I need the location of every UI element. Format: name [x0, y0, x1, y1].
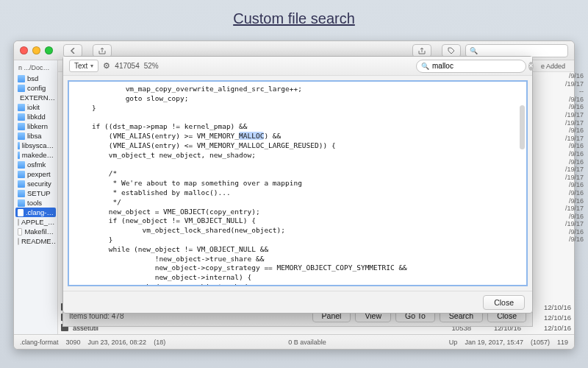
- sidebar-item-tools[interactable]: tools: [15, 198, 56, 208]
- sidebar-item-label: security: [27, 180, 51, 188]
- folder-icon: [18, 199, 25, 207]
- date-fragment: /9/16: [547, 103, 584, 110]
- folder-icon: [18, 190, 25, 197]
- doc-icon: [18, 219, 19, 226]
- share-icon: [98, 47, 106, 54]
- sidebar-item-libsa[interactable]: libsa: [15, 131, 56, 141]
- date-fragment: /19/17: [547, 111, 584, 118]
- search-input[interactable]: [432, 62, 526, 70]
- sidebar-item-label: libsysca…: [22, 141, 54, 149]
- date-fragment: /9/16: [547, 236, 584, 243]
- date-fragment: /9/16: [547, 72, 584, 79]
- sidebar-item-label: EXTERN…: [20, 93, 55, 102]
- back-button[interactable]: [63, 44, 82, 57]
- chevron-left-icon: [70, 48, 76, 54]
- result-index: 417054: [115, 62, 139, 70]
- sidebar-item-libsysca[interactable]: libsysca…: [15, 141, 56, 150]
- sidebar-item-makede[interactable]: makede…: [15, 150, 56, 160]
- preview-panel: Text ▾ ⚙ 417054 52% 🔍 ✕ vm_map_copy_over…: [62, 56, 533, 314]
- date-fragment: /9/16: [547, 96, 584, 103]
- chevron-down-icon: ▾: [90, 63, 93, 69]
- folder-icon: [18, 171, 25, 178]
- close-icon[interactable]: [20, 46, 28, 54]
- date-fragment: /19/17: [547, 135, 584, 142]
- folder-icon: [18, 132, 25, 140]
- result-percent: 52%: [144, 62, 159, 70]
- column-date-added[interactable]: e Added: [537, 63, 570, 70]
- status-filename: .clang-format: [20, 339, 59, 346]
- folder-icon: [18, 113, 25, 121]
- date-fragment: /9/16: [547, 228, 584, 236]
- sidebar-item-security[interactable]: security: [15, 179, 56, 188]
- folder-icon: [18, 161, 25, 169]
- status-up: Up: [449, 339, 458, 346]
- folder-icon: [18, 180, 25, 188]
- preview-toolbar: Text ▾ ⚙ 417054 52% 🔍 ✕: [63, 57, 532, 76]
- sidebar-item-readme[interactable]: README…: [15, 236, 56, 246]
- doc-icon: [18, 238, 19, 245]
- toolbar-search[interactable]: 🔍: [465, 44, 568, 57]
- toolbar-search-input[interactable]: [481, 46, 564, 54]
- status-date2: Jan 19, 2017, 15:47: [465, 339, 523, 346]
- sidebar-item-pexpert[interactable]: pexpert: [15, 169, 56, 179]
- doc-icon: [18, 209, 24, 216]
- status-tag: (18): [154, 339, 165, 346]
- date-fragment: --: [547, 88, 584, 95]
- folder-icon: [18, 142, 20, 149]
- sidebar-item-clang[interactable]: .clang-…: [15, 208, 56, 217]
- scrollbar[interactable]: [520, 83, 525, 283]
- tag-button[interactable]: [442, 44, 461, 57]
- status-size: 3090: [66, 339, 81, 346]
- search-icon: 🔍: [421, 63, 429, 70]
- mode-select[interactable]: Text ▾: [69, 60, 98, 72]
- sidebar-item-bsd[interactable]: bsd: [15, 74, 56, 83]
- share-button[interactable]: [93, 44, 112, 57]
- clear-icon[interactable]: ✕: [528, 62, 534, 71]
- breadcrumb: n .../Docu…: [15, 63, 56, 74]
- sidebar-item-label: osfmk: [27, 160, 46, 169]
- sidebar-item-setup[interactable]: SETUP: [15, 188, 56, 198]
- sidebar-item-makefil[interactable]: Makefil…: [15, 227, 56, 236]
- sidebar-item-libkdd[interactable]: libkdd: [15, 112, 56, 121]
- page-heading: Custom file search: [0, 0, 588, 35]
- sidebar-item-label: iokit: [27, 103, 40, 111]
- sidebar-item-label: makede…: [22, 151, 54, 159]
- sidebar-item-label: APPLE_…: [21, 218, 54, 226]
- sidebar-item-iokit[interactable]: iokit: [15, 102, 56, 112]
- share-icon: [418, 47, 426, 54]
- sidebar: n .../Docu… bsdconfigEXTERN…iokitlibkddl…: [14, 60, 58, 334]
- close-button[interactable]: Close: [483, 295, 525, 310]
- sidebar-item-osfmk[interactable]: osfmk: [15, 160, 56, 169]
- date-fragment: /19/17: [547, 205, 584, 212]
- scroll-thumb[interactable]: [520, 105, 525, 149]
- folder-icon: [18, 85, 25, 92]
- zoom-icon[interactable]: [45, 46, 53, 54]
- sidebar-item-extern[interactable]: EXTERN…: [15, 93, 56, 102]
- preview-footer: Close: [63, 291, 532, 313]
- search-icon: 🔍: [470, 47, 478, 54]
- sidebar-item-label: tools: [27, 199, 42, 207]
- sidebar-item-label: libsa: [27, 132, 42, 140]
- code-preview[interactable]: vm_map_copy_overwrite_aligned_src_large+…: [68, 80, 528, 286]
- tag-icon: [448, 47, 455, 54]
- code-content: vm_map_copy_overwrite_aligned_src_large+…: [69, 82, 526, 285]
- sidebar-item-apple_[interactable]: APPLE_…: [15, 217, 56, 227]
- status-modified: Jun 23, 2016, 08:22: [88, 339, 147, 346]
- date-fragment: /9/16: [547, 127, 584, 134]
- date-fragment: /9/16: [547, 189, 584, 197]
- folder-icon: [18, 123, 25, 130]
- date-fragment: /9/16: [547, 213, 584, 220]
- action-button[interactable]: [412, 44, 431, 57]
- date-fragment: /19/17: [547, 220, 584, 227]
- sidebar-item-libkern[interactable]: libkern: [15, 121, 56, 131]
- sidebar-item-label: README…: [21, 237, 56, 245]
- date-fragment: /19/17: [547, 166, 584, 173]
- sidebar-item-label: .clang-…: [26, 208, 54, 216]
- sidebar-item-config[interactable]: config: [15, 83, 56, 93]
- sidebar-item-label: Makefil…: [24, 227, 54, 236]
- date-column-fragment: /9/16/19/17--/9/16/9/16/19/17/19/17/9/16…: [547, 72, 584, 243]
- folder-icon: [18, 104, 25, 111]
- search-field[interactable]: 🔍 ✕: [416, 60, 526, 73]
- minimize-icon[interactable]: [32, 46, 40, 54]
- gear-icon[interactable]: ⚙: [103, 61, 110, 71]
